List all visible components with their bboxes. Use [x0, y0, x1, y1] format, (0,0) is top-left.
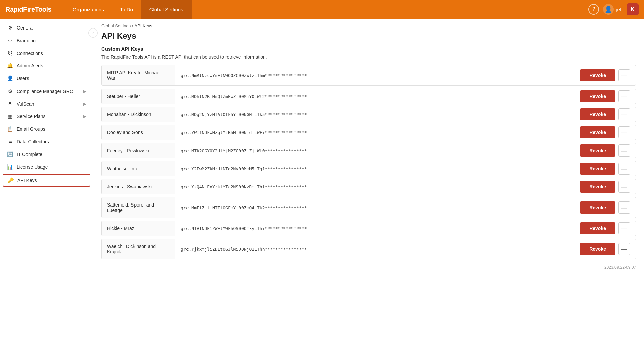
- breadcrumb-current: API Keys: [134, 23, 152, 28]
- sidebar-label-data-collectors: Data Collectors: [17, 139, 49, 144]
- sidebar-item-admin-alerts[interactable]: 🔔 Admin Alerts: [0, 59, 93, 72]
- delete-button[interactable]: —: [618, 222, 630, 234]
- section-title: Custom API Keys: [93, 46, 644, 54]
- api-key-row: Waelchi, Dickinson and Krajcik grc.YjkxY…: [101, 239, 636, 259]
- api-key-actions: Revoke —: [575, 201, 636, 214]
- revoke-button[interactable]: Revoke: [580, 222, 615, 234]
- revoke-button[interactable]: Revoke: [580, 201, 615, 214]
- sidebar-label-it-complete: IT Complete: [17, 152, 42, 157]
- api-key-actions: Revoke —: [575, 126, 636, 138]
- api-key-value: grc.MTk2OGY0Y2UtYjM2ZC00ZjZjLWl0********…: [175, 143, 575, 158]
- delete-button[interactable]: —: [618, 243, 630, 255]
- revoke-button[interactable]: Revoke: [580, 69, 615, 81]
- sidebar-label-connections: Connections: [17, 51, 43, 56]
- user-menu[interactable]: 👤 jeff: [603, 4, 623, 15]
- license-usage-icon: 📊: [7, 164, 13, 170]
- nav-organizations[interactable]: Organizations: [65, 0, 112, 19]
- api-key-name: Feeney - Powlowski: [102, 143, 175, 158]
- main-content: Global Settings / API Keys API Keys Cust…: [93, 19, 644, 352]
- delete-button[interactable]: —: [618, 181, 630, 193]
- api-key-value: grc.YWI1NDkwMzgtMzBhMi00NjdiLWFi********…: [175, 125, 575, 140]
- connections-icon: ⛓: [7, 50, 13, 56]
- delete-button[interactable]: —: [618, 108, 630, 120]
- nav-global-settings[interactable]: Global Settings: [141, 0, 192, 19]
- api-key-value: grc.YjkxYjliZDItOGJlNi00NjQ1LThh********…: [175, 242, 575, 256]
- delete-button[interactable]: —: [618, 163, 630, 175]
- sidebar-item-compliance-manager-grc[interactable]: ⚙ Compliance Manager GRC ▶: [0, 85, 93, 98]
- sidebar-label-email-groups: Email Groups: [17, 126, 45, 132]
- revoke-button[interactable]: Revoke: [580, 163, 615, 175]
- nav-links: Organizations To Do Global Settings: [65, 0, 588, 19]
- api-key-value: grc.MDg2NjYzMTAtOTk5Yi00NGNmLTk5********…: [175, 107, 575, 122]
- revoke-button[interactable]: Revoke: [580, 108, 615, 120]
- api-key-row: Steuber - Heller grc.MDhlN2RiMmQtZmEwZi0…: [101, 89, 636, 104]
- api-key-name: Jenkins - Swaniawski: [102, 179, 175, 194]
- help-button[interactable]: ?: [588, 4, 599, 15]
- sidebar-item-it-complete[interactable]: 🔄 IT Complete: [0, 148, 93, 161]
- sidebar-label-compliance: Compliance Manager GRC: [17, 89, 73, 94]
- api-key-actions: Revoke —: [575, 108, 636, 120]
- api-key-row: Jenkins - Swaniawski grc.YzQ4NjExYzktYTc…: [101, 179, 636, 194]
- revoke-button[interactable]: Revoke: [580, 126, 615, 138]
- email-groups-icon: 📋: [7, 126, 13, 132]
- sidebar-collapse-button[interactable]: ‹: [88, 28, 98, 38]
- admin-alerts-icon: 🔔: [7, 63, 13, 69]
- api-key-value: grc.NTVINDE1ZWEtMWFhOS00OTkyLThi********…: [175, 221, 575, 236]
- sidebar-item-users[interactable]: 👤 Users: [0, 72, 93, 85]
- api-key-value: grc.MDhlN2RiMmQtZmEwZi00MmY0LWl2********…: [175, 89, 575, 104]
- sidebar-label-service-plans: Service Plans: [17, 114, 46, 119]
- sidebar-item-email-groups[interactable]: 📋 Email Groups: [0, 123, 93, 135]
- api-key-value: grc.Y2EwM2ZkMzUtNTg2Ny00MmM5LTg1********…: [175, 162, 575, 176]
- user-avatar-icon: 👤: [603, 4, 614, 15]
- sidebar-item-api-keys[interactable]: 🔑 API Keys: [3, 174, 90, 187]
- delete-button[interactable]: —: [618, 90, 630, 102]
- api-key-value: grc.MmFlZjljNTItOGFmYi00ZmQ4LTk2********…: [175, 200, 575, 215]
- api-key-row: Dooley and Sons grc.YWI1NDkwMzgtMzBhMi00…: [101, 125, 636, 140]
- section-description: The RapidFire Tools API is a REST API th…: [93, 54, 644, 65]
- users-icon: 👤: [7, 75, 13, 81]
- app-logo[interactable]: RapidFireTools: [5, 6, 51, 13]
- api-key-actions: Revoke —: [575, 69, 636, 81]
- api-key-row: Satterfield, Sporer and Luettge grc.MmFl…: [101, 197, 636, 218]
- breadcrumb: Global Settings / API Keys: [93, 19, 644, 31]
- revoke-button[interactable]: Revoke: [580, 181, 615, 193]
- sidebar-label-vulscan: VulScan: [17, 101, 34, 107]
- api-key-row: Hickle - Mraz grc.NTVINDE1ZWEtMWFhOS00OT…: [101, 221, 636, 236]
- sidebar-item-connections[interactable]: ⛓ Connections: [0, 47, 93, 59]
- api-key-name: MITP API Key for Michael War: [102, 65, 175, 85]
- sidebar-label-branding: Branding: [17, 38, 36, 43]
- delete-button[interactable]: —: [618, 201, 630, 214]
- api-key-name: Dooley and Sons: [102, 125, 175, 140]
- api-key-value: grc.YzQ4NjExYzktYTc2NS00NzRmLThl********…: [175, 180, 575, 194]
- sidebar-item-data-collectors[interactable]: 🖥 Data Collectors: [0, 135, 93, 148]
- breadcrumb-parent[interactable]: Global Settings: [101, 23, 131, 28]
- api-key-row: MITP API Key for Michael War grc.NmRlNzc…: [101, 65, 636, 86]
- sidebar-item-license-usage[interactable]: 📊 License Usage: [0, 161, 93, 173]
- sidebar-item-general[interactable]: ⚙ General: [0, 21, 93, 34]
- revoke-button[interactable]: Revoke: [580, 90, 615, 102]
- delete-button[interactable]: —: [618, 69, 630, 81]
- sidebar-label-users: Users: [17, 76, 29, 81]
- compliance-icon: ⚙: [7, 88, 13, 94]
- nav-todo[interactable]: To Do: [112, 0, 141, 19]
- k-badge-button[interactable]: K: [627, 3, 639, 15]
- sidebar-item-vulscan[interactable]: 👁 VulScan ▶: [0, 98, 93, 110]
- compliance-arrow-icon: ▶: [83, 89, 86, 94]
- delete-button[interactable]: —: [618, 144, 630, 157]
- data-collectors-icon: 🖥: [7, 139, 13, 144]
- api-key-row: Feeney - Powlowski grc.MTk2OGY0Y2UtYjM2Z…: [101, 143, 636, 158]
- page-title: API Keys: [93, 31, 644, 46]
- delete-button[interactable]: —: [618, 126, 630, 138]
- sidebar-item-branding[interactable]: ✏ Branding: [0, 34, 93, 47]
- sidebar-item-service-plans[interactable]: ▦ Service Plans ▶: [0, 110, 93, 123]
- api-key-actions: Revoke —: [575, 222, 636, 234]
- api-key-name: Wintheiser Inc: [102, 161, 175, 176]
- vulscan-icon: 👁: [7, 101, 13, 107]
- revoke-button[interactable]: Revoke: [580, 243, 615, 255]
- api-key-actions: Revoke —: [575, 90, 636, 102]
- branding-icon: ✏: [7, 38, 13, 44]
- api-key-actions: Revoke —: [575, 144, 636, 157]
- revoke-button[interactable]: Revoke: [580, 144, 615, 157]
- api-key-row: Wintheiser Inc grc.Y2EwM2ZkMzUtNTg2Ny00M…: [101, 161, 636, 176]
- user-name-label: jeff: [616, 7, 623, 12]
